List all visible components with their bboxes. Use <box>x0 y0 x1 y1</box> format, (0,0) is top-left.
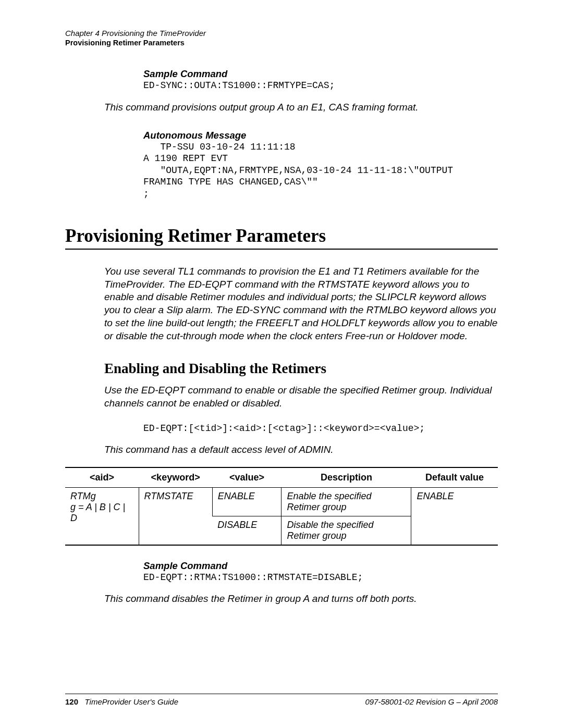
cell-aid: RTMg g = A | B | C | D <box>65 487 139 545</box>
chapter-label: Chapter 4 Provisioning the TimeProvider <box>65 29 206 38</box>
th-value: <value> <box>212 467 282 488</box>
cell-desc-2: Disable the specified Retimer group <box>282 516 411 545</box>
autonomous-message-heading: Autonomous Message <box>143 130 498 141</box>
page-number: 120 <box>65 697 78 706</box>
page: Chapter 4 Provisioning the TimeProvider … <box>0 0 563 728</box>
th-keyword: <keyword> <box>139 467 212 488</box>
section-rule <box>65 249 498 250</box>
sample-command-heading-2: Sample Command <box>143 560 498 572</box>
th-description: Description <box>282 467 411 488</box>
subsection-p1: Use the ED-EQPT command to enable or dis… <box>104 384 498 410</box>
table-row: RTMg g = A | B | C | D RTMSTATE ENABLE E… <box>65 487 498 516</box>
table-header-row: <aid> <keyword> <value> Description Defa… <box>65 467 498 488</box>
th-default: Default value <box>411 467 498 488</box>
footer-right: 097-58001-02 Revision G – April 2008 <box>365 697 498 706</box>
running-header: Chapter 4 Provisioning the TimeProvider … <box>65 29 498 47</box>
cell-keyword: RTMSTATE <box>139 487 212 545</box>
section-intro: You use several TL1 commands to provisio… <box>104 265 498 342</box>
cell-desc-1: Enable the specified Retimer group <box>282 487 411 516</box>
sample-command-code-2: ED-EQPT::RTMA:TS1000::RTMSTATE=DISABLE; <box>143 572 498 584</box>
cell-value-2: DISABLE <box>212 516 282 545</box>
footer-left: 120 TimeProvider User's Guide <box>65 697 178 706</box>
page-footer: 120 TimeProvider User's Guide 097-58001-… <box>65 694 498 706</box>
th-aid: <aid> <box>65 467 139 488</box>
syntax-line: ED-EQPT:[<tid>]:<aid>:[<ctag>]::<keyword… <box>143 423 498 435</box>
subsection-heading: Enabling and Disabling the Retimers <box>104 361 498 377</box>
sample-command-explain-1: This command provisions output group A t… <box>104 101 498 114</box>
cell-value-1: ENABLE <box>212 487 282 516</box>
autonomous-message-code: TP-SSU 03-10-24 11:11:18 A 1190 REPT EVT… <box>143 141 498 200</box>
footer-guide-title: TimeProvider User's Guide <box>85 697 178 706</box>
section-heading: Provisioning Retimer Parameters <box>65 226 498 246</box>
subsection-p2: This command has a default access level … <box>104 443 498 456</box>
sample-command-code-1: ED-SYNC::OUTA:TS1000::FRMTYPE=CAS; <box>143 80 498 92</box>
sample-command-heading-1: Sample Command <box>143 68 498 80</box>
parameter-table: <aid> <keyword> <value> Description Defa… <box>65 467 498 546</box>
sample-command-explain-2: This command disables the Retimer in gro… <box>104 593 498 606</box>
section-label: Provisioning Retimer Parameters <box>65 39 185 47</box>
cell-default: ENABLE <box>411 487 498 545</box>
